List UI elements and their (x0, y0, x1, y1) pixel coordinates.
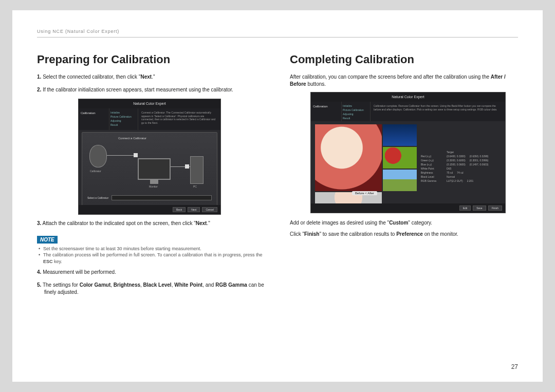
note-item: The calibration process will be performe… (37, 252, 265, 265)
two-column-layout: Preparing for Calibration 1. Select the … (37, 53, 518, 302)
note-text: key. (53, 259, 62, 264)
table-row: Green (x,y)(0.3000, 0.6000)(0.3001, 0.59… (421, 158, 501, 162)
step-text: Attach the calibrator to the indicated s… (43, 220, 196, 226)
table-row: Blue (x,y)(0.1500, 0.0600)(0.1497, 0.060… (421, 162, 501, 166)
table-header: Target (421, 150, 501, 154)
screenshot-calibration-result: Natural Color Expert Calibration Initial… (310, 92, 506, 213)
select-label: Select a Calibrator (87, 196, 108, 199)
result-body: Target Red (x,y)(0.6400, 0.3300)(0.6393,… (311, 121, 505, 204)
back-button[interactable]: Back (173, 207, 186, 212)
app-header: Calibration Initialize Picture Calibrati… (79, 108, 220, 130)
finish-paragraph: Click "Finish" to save the calibration r… (290, 231, 518, 238)
manual-page: Using NCE (Natural Color Expert) Prepari… (12, 10, 543, 382)
note-item: Set the screensaver time to at least 30 … (37, 246, 265, 252)
table-row: RGB GammaLUT(2.2 GUT)2.201 (421, 179, 501, 183)
monitor-icon (138, 158, 171, 180)
para-bold: Preference (396, 231, 423, 237)
right-column: Completing Calibration After calibration… (290, 53, 518, 302)
step-bold: Black Level (143, 282, 172, 288)
plug-icon (134, 153, 138, 157)
tab-calibration[interactable]: Calibration (311, 102, 342, 121)
step-bold: Color Gamut (80, 282, 111, 288)
table-row: Black LevelNormal (421, 175, 501, 179)
note-label: NOTE (37, 236, 58, 244)
step-5: 5. The settings for Color Gamut, Brightn… (37, 282, 265, 296)
step-num: 2. (37, 87, 41, 92)
step-bold: Brightness (114, 282, 140, 288)
finish-button[interactable]: Finish (488, 206, 502, 211)
header-description: Connect a Calibrator. The Connected Cali… (138, 108, 220, 130)
intro-paragraph: After calibration, you can compare the s… (290, 73, 518, 88)
header-description: Calibration complete. Remove Calibrator … (371, 102, 505, 121)
thumbnail-main[interactable] (315, 124, 382, 191)
wizard-steps: Initialize Picture Calibration Adjusting… (342, 102, 371, 121)
step-bold: RGB Gamma (215, 282, 247, 288)
para-text: buttons. (306, 81, 326, 87)
note-bold: ESC (43, 259, 53, 264)
para-text: Click " (290, 231, 304, 237)
thumbnail-logo[interactable] (383, 124, 417, 146)
step-text: The settings for (43, 282, 80, 288)
step-num: 4. (37, 269, 41, 275)
col-header: Target (447, 150, 454, 154)
step-text: Select the connected calibrator, then cl… (43, 74, 140, 80)
diagram-title: Connect a Calibrator (118, 137, 146, 140)
para-text: Add or delete images as desired using th… (290, 220, 389, 226)
para-text: After calibration, you can compare the s… (290, 74, 491, 80)
thumbnail-landscape[interactable] (383, 170, 417, 191)
preparing-steps-cont: 3. Attach the calibrator to the indicate… (37, 220, 265, 228)
thumbnail-fruit[interactable] (383, 147, 417, 169)
step-text: ." (152, 74, 155, 80)
cable-icon (107, 155, 137, 156)
plug-icon (185, 164, 189, 169)
save-button[interactable]: Save (473, 206, 486, 211)
para-bold: Custom (389, 220, 408, 226)
screenshot-connect-calibrator: Natural Color Expert Calibration Initial… (78, 99, 221, 215)
result-table: Target Red (x,y)(0.6400, 0.3300)(0.6393,… (421, 124, 501, 201)
page-number: 27 (511, 363, 518, 370)
tab-calibration[interactable]: Calibration (79, 108, 109, 130)
monitor-stand-icon (150, 180, 158, 184)
next-button[interactable]: Next (188, 207, 200, 212)
step-3: 3. Attach the calibrator to the indicate… (37, 220, 265, 228)
table-row: White PointD65 (421, 166, 501, 171)
running-head: Using NCE (Natural Color Expert) (37, 29, 518, 38)
step-2: 2. If the calibrator initialization scre… (37, 86, 265, 94)
calibrator-dropdown[interactable] (112, 195, 212, 200)
monitor-label: Monitor (149, 185, 158, 188)
table-row: Red (x,y)(0.6400, 0.3300)(0.6393, 0.3298… (421, 154, 501, 158)
step-4: 4. Measurement will be performed. (37, 269, 265, 276)
select-calibrator-row: Select a Calibrator (87, 195, 212, 200)
para-text: " category. (408, 220, 432, 226)
step-text: Measurement will be performed. (43, 269, 116, 275)
edit-button[interactable]: Edit (459, 206, 471, 211)
heading-preparing: Preparing for Calibration (37, 53, 265, 66)
table-row: Brightness75 cd74 cd (421, 171, 501, 175)
step-text: If the calibrator initialization screen … (43, 87, 233, 92)
step-text: , and (202, 282, 215, 288)
step-num: 3. (37, 220, 41, 226)
pc-tower-icon (190, 156, 203, 184)
calibrator-label: Calibrator (90, 170, 101, 173)
heading-completing: Completing Calibration (290, 53, 518, 66)
cancel-button[interactable]: Cancel (202, 207, 217, 212)
step-num: 5. (37, 282, 41, 288)
dialog-footer: Back Next Cancel (79, 205, 220, 214)
before-after-toggle[interactable]: Before < After (352, 191, 377, 195)
note-list: Set the screensaver time to at least 30 … (37, 246, 265, 265)
diagram-panel: Connect a Calibrator Calibrator Monitor … (82, 132, 217, 206)
app-header: Calibration Initialize Picture Calibrati… (311, 102, 505, 121)
app-titlebar: Natural Color Expert (79, 99, 220, 108)
preparing-steps-cont2: 4. Measurement will be performed. 5. The… (37, 269, 265, 296)
note-text: The calibration process will be performe… (43, 252, 263, 257)
step-bold: White Point (174, 282, 202, 288)
wizard-steps: Initialize Picture Calibration Adjusting… (109, 108, 138, 130)
calibrator-icon (89, 145, 107, 167)
step-num: 1. (37, 74, 41, 80)
para-bold: Finish (304, 231, 319, 237)
preparing-steps: 1. Select the connected calibrator, then… (37, 73, 265, 94)
para-text: " to save the calibration results to (319, 231, 396, 237)
left-column: Preparing for Calibration 1. Select the … (37, 53, 265, 302)
step-text: ." (207, 220, 210, 226)
step-bold: Next (196, 220, 207, 226)
